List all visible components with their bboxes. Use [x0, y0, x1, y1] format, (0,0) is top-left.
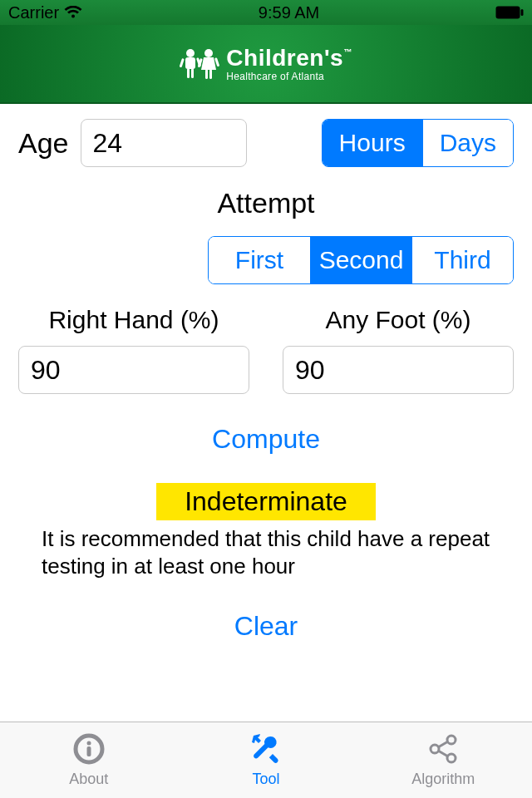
tab-about-label: About [69, 771, 108, 788]
attempt-segmented: First Second Third [208, 236, 514, 284]
any-foot-label: Any Foot (%) [283, 306, 514, 334]
main-content: Age 24 Hours Days Attempt First Second T… [0, 104, 532, 642]
svg-point-8 [204, 49, 213, 57]
svg-rect-6 [180, 58, 185, 67]
svg-point-18 [447, 754, 456, 762]
tab-about[interactable]: About [0, 722, 177, 798]
age-unit-days[interactable]: Days [422, 120, 513, 166]
battery-icon [495, 6, 524, 19]
svg-point-2 [186, 49, 195, 57]
age-label: Age [18, 127, 69, 160]
svg-rect-10 [209, 69, 212, 79]
right-hand-input[interactable]: 90 [18, 346, 249, 394]
svg-point-16 [431, 745, 439, 753]
attempt-third[interactable]: Third [411, 237, 513, 283]
svg-point-17 [447, 736, 456, 744]
carrier-label: Carrier [8, 3, 59, 22]
attempt-title: Attempt [18, 187, 514, 219]
info-icon [72, 732, 106, 769]
tab-algorithm[interactable]: Algorithm [355, 722, 532, 798]
tab-algorithm-label: Algorithm [411, 771, 475, 788]
svg-rect-0 [495, 7, 520, 19]
svg-rect-9 [205, 69, 208, 79]
result-badge: Indeterminate [156, 483, 376, 520]
tab-tool-label: Tool [252, 771, 279, 788]
brand-logo: Children's™ Healthcare of Atlanta [180, 47, 352, 81]
age-input[interactable]: 24 [81, 119, 247, 167]
any-foot-input[interactable]: 90 [283, 346, 514, 394]
svg-rect-3 [185, 57, 195, 69]
tab-bar: About Tool Algorithm [0, 722, 532, 798]
clear-button[interactable]: Clear [18, 611, 514, 642]
app-header: Children's™ Healthcare of Atlanta [0, 25, 532, 104]
svg-rect-5 [191, 68, 194, 78]
age-unit-hours[interactable]: Hours [323, 120, 422, 166]
age-unit-segmented: Hours Days [322, 119, 514, 167]
svg-rect-15 [86, 746, 91, 756]
svg-rect-4 [187, 68, 190, 78]
clock-label: 9:59 AM [259, 3, 319, 22]
share-nodes-icon [426, 732, 460, 769]
svg-rect-1 [520, 9, 523, 16]
wifi-icon [64, 6, 82, 19]
attempt-second[interactable]: Second [310, 237, 411, 283]
attempt-first[interactable]: First [209, 237, 310, 283]
svg-line-20 [438, 751, 448, 756]
children-figures-icon [180, 47, 219, 81]
brand-name: Children's [226, 45, 343, 71]
svg-line-19 [438, 741, 448, 747]
brand-tagline: Healthcare of Atlanta [226, 71, 352, 81]
right-hand-label: Right Hand (%) [18, 306, 249, 334]
tools-icon [249, 732, 283, 769]
svg-point-14 [86, 741, 91, 746]
tab-tool[interactable]: Tool [177, 722, 354, 798]
result-message: It is recommended that this child have a… [42, 525, 490, 579]
status-bar: Carrier 9:59 AM [0, 0, 532, 25]
compute-button[interactable]: Compute [18, 424, 514, 455]
